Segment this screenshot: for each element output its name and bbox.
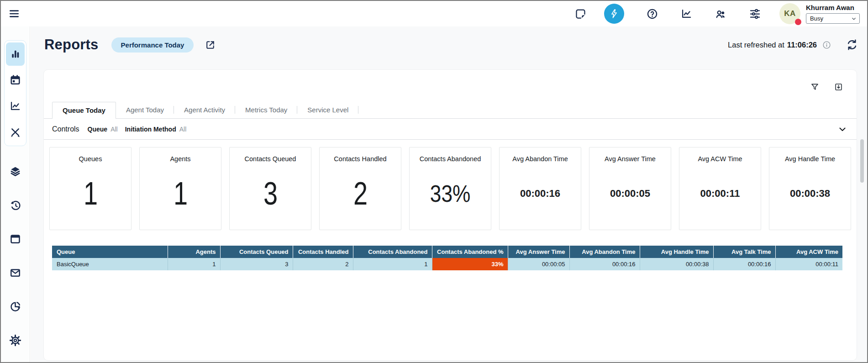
sidebar-item-windows[interactable] <box>5 229 26 249</box>
bar-chart-icon <box>9 48 21 60</box>
menu-button[interactable] <box>8 6 23 21</box>
kpi-card-avg-abandon-time: Avg Abandon Time00:00:16 <box>499 147 581 230</box>
kpi-value: 33% <box>430 163 470 230</box>
kpi-label: Agents <box>170 155 190 163</box>
kpi-label: Avg ACW Time <box>698 155 742 163</box>
kpi-card-avg-answer-time: Avg Answer Time00:00:05 <box>589 147 671 230</box>
filter-icon <box>810 82 820 92</box>
kpi-value: 00:00:38 <box>790 163 830 230</box>
column-header-avg-talk-time[interactable]: Avg Talk Time <box>713 246 775 258</box>
tab-metrics-today[interactable]: Metrics Today <box>235 102 297 118</box>
lightning-icon <box>609 8 620 19</box>
status-indicator-dot <box>795 19 801 25</box>
settings-sliders-icon <box>749 8 761 20</box>
main-content: Reports Performance Today Last refreshed… <box>31 26 867 362</box>
sidebar-item-design[interactable] <box>6 121 25 144</box>
users-button[interactable] <box>714 7 727 20</box>
user-name: Khurram Awan <box>806 4 854 11</box>
user-block: Khurram Awan Busy <box>806 4 860 24</box>
users-icon <box>715 8 727 20</box>
column-header-avg-handle-time[interactable]: Avg Handle Time <box>640 246 713 258</box>
table-row[interactable]: BasicQueue132133%00:00:0500:00:1600:00:3… <box>52 258 842 270</box>
topbar-actions: KA Khurram Awan Busy <box>552 3 860 24</box>
open-external-button[interactable] <box>205 39 217 51</box>
kpi-card-avg-acw-time: Avg ACW Time00:00:11 <box>679 147 761 230</box>
panel-tools <box>810 82 844 92</box>
lightning-button[interactable] <box>604 4 624 24</box>
column-header-avg-abandon-time[interactable]: Avg Abandon Time <box>569 246 640 258</box>
notes-button[interactable] <box>574 7 587 20</box>
last-refreshed-label: Last refreshed at <box>728 41 784 49</box>
refresh-button[interactable] <box>846 38 859 52</box>
filter-initiation-method[interactable]: Initiation MethodAll <box>125 126 187 133</box>
help-button[interactable] <box>646 7 658 20</box>
sidebar-item-layers[interactable] <box>5 161 26 181</box>
filter-queue[interactable]: QueueAll <box>88 126 118 133</box>
kpi-value: 00:00:11 <box>700 163 740 230</box>
controls-bar: Controls QueueAllInitiation MethodAll <box>44 119 857 140</box>
kpi-label: Contacts Handled <box>334 155 386 163</box>
abandoned-percent-cell: 33% <box>432 258 508 270</box>
settings-sliders-button[interactable] <box>748 7 761 20</box>
kpi-label: Queues <box>79 155 102 163</box>
filter-button[interactable] <box>810 82 820 92</box>
external-link-icon <box>205 39 216 51</box>
layers-icon <box>9 165 21 178</box>
topbar-icon-group <box>552 4 761 24</box>
report-panel: Queue TodayAgent TodayAgent ActivityMetr… <box>43 69 857 361</box>
calendar-icon <box>9 74 21 86</box>
kpi-card-contacts-queued: Contacts Queued3 <box>229 147 311 230</box>
info-icon <box>822 40 831 50</box>
table-cell: 00:00:38 <box>640 258 713 270</box>
report-badge[interactable]: Performance Today <box>111 37 194 53</box>
tab-queue-today[interactable]: Queue Today <box>52 102 116 119</box>
column-header-contacts-abandoned[interactable]: Contacts Abandoned <box>353 246 432 258</box>
metrics-button[interactable] <box>680 7 693 20</box>
last-refreshed-time: 11:06:26 <box>787 41 817 49</box>
kpi-cards: Queues1Agents1Contacts Queued3Contacts H… <box>49 147 851 230</box>
tab-service-level[interactable]: Service Level <box>297 102 358 118</box>
download-icon <box>834 82 843 92</box>
column-header-avg-answer-time[interactable]: Avg Answer Time <box>508 246 569 258</box>
help-icon <box>646 8 658 20</box>
status-select[interactable]: Busy <box>806 13 860 24</box>
sidebar-item-settings[interactable] <box>5 330 26 350</box>
kpi-value: 3 <box>263 163 277 230</box>
metrics-icon <box>680 8 693 20</box>
kpi-card-contacts-handled: Contacts Handled2 <box>319 147 401 230</box>
last-refreshed: Last refreshed at 11:06:26 <box>728 38 859 52</box>
table-header-row: QueueAgentsContacts QueuedContacts Handl… <box>52 246 842 258</box>
kpi-value: 1 <box>83 163 97 230</box>
scrollbar-thumb[interactable] <box>860 139 864 183</box>
table-cell: 00:00:16 <box>713 258 775 270</box>
kpi-card-queues: Queues1 <box>49 147 132 230</box>
sidebar-item-pie-reports[interactable] <box>5 296 26 316</box>
column-header-contacts-handled[interactable]: Contacts Handled <box>293 246 353 258</box>
kpi-card-avg-handle-time: Avg Handle Time00:00:38 <box>769 147 851 230</box>
design-tools-icon <box>9 126 21 138</box>
column-header-queue[interactable]: Queue <box>52 246 168 258</box>
kpi-label: Avg Handle Time <box>785 155 835 163</box>
sidebar-item-reports[interactable] <box>6 42 25 66</box>
column-header-contacts-queued[interactable]: Contacts Queued <box>220 246 293 258</box>
controls-label: Controls <box>52 125 79 133</box>
kpi-value: 1 <box>173 163 187 230</box>
download-button[interactable] <box>834 82 844 92</box>
mail-icon <box>9 267 21 279</box>
sidebar-item-analytics[interactable] <box>6 95 25 118</box>
kpi-label: Contacts Queued <box>245 155 296 163</box>
column-header-avg-acw-time[interactable]: Avg ACW Time <box>775 246 842 258</box>
sidebar-primary-group <box>4 40 26 146</box>
column-header-agents[interactable]: Agents <box>168 246 220 258</box>
collapse-controls-button[interactable] <box>837 123 848 135</box>
tab-agent-activity[interactable]: Agent Activity <box>174 102 235 118</box>
column-header-contacts-abandoned-[interactable]: Contacts Abandoned % <box>432 246 508 258</box>
user-avatar[interactable]: KA <box>779 3 800 24</box>
info-button[interactable] <box>822 40 832 50</box>
sidebar-item-history[interactable] <box>5 195 26 215</box>
sidebar-item-schedule[interactable] <box>6 68 25 92</box>
page-header: Reports Performance Today Last refreshed… <box>31 26 867 53</box>
tab-agent-today[interactable]: Agent Today <box>116 102 174 118</box>
sidebar-item-mail[interactable] <box>5 263 26 283</box>
filter-group: QueueAllInitiation MethodAll <box>79 126 187 133</box>
